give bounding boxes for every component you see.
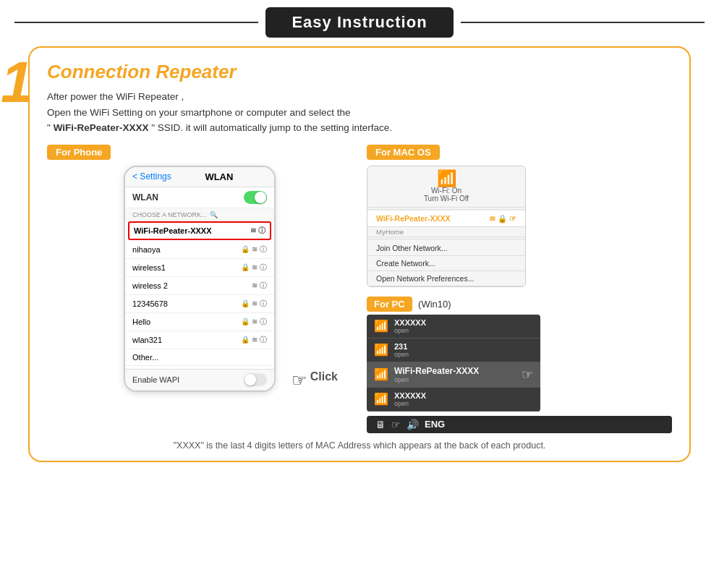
wifi-on-label: Wi-Fi: On bbox=[431, 187, 461, 195]
click-label: Click bbox=[310, 370, 338, 391]
pc-taskbar: 🖥 ☞ 🔊 ENG bbox=[367, 416, 672, 433]
pc-label-suffix: (Win10) bbox=[418, 299, 451, 310]
mac-selected-network[interactable]: WiFi-RePeater-XXXX ≋ 🔒 ☞ bbox=[367, 211, 525, 227]
network-row[interactable]: wireless1 🔒 ≋ ⓘ bbox=[125, 259, 274, 277]
taskbar-cursor-icon: ☞ bbox=[391, 419, 401, 430]
mac-selected-sub: MyHome bbox=[367, 227, 525, 237]
step-title: Connection Repeater bbox=[47, 61, 672, 83]
header-line-right bbox=[461, 22, 705, 23]
wifi-icon: 📶 bbox=[437, 171, 456, 187]
pc-label: For PC bbox=[367, 297, 412, 312]
pc-network-row[interactable]: 📶 XXXXXX open bbox=[367, 315, 540, 338]
pc-network-row[interactable]: 📶 XXXXXX open bbox=[367, 388, 540, 412]
pc-wifi-icon-4: 📶 bbox=[374, 392, 388, 406]
selected-network-row[interactable]: WiFi-RePeater-XXXX ≋ ⓘ bbox=[128, 221, 271, 240]
network-row[interactable]: wlan321 🔒 ≋ ⓘ bbox=[125, 331, 274, 349]
taskbar-volume-icon: 🔊 bbox=[407, 419, 419, 430]
network-section-header: CHOOSE A NETWORK... 🔍 bbox=[125, 208, 274, 221]
network-row[interactable]: nihaoya 🔒 ≋ ⓘ bbox=[125, 241, 274, 259]
pc-wifi-icon-1: 📶 bbox=[374, 319, 388, 333]
footer-note: "XXXX" is the last 4 digits letters of M… bbox=[47, 440, 672, 451]
taskbar-network-icon: 🖥 bbox=[375, 419, 386, 430]
wifi-turn-off[interactable]: Turn Wi-Fi Off bbox=[424, 195, 469, 203]
phone-mockup: < Settings WLAN WLAN CHOOSE A NETWORK... bbox=[124, 166, 276, 392]
mac-create-network[interactable]: Create Network... bbox=[367, 256, 525, 271]
phone-back: < Settings bbox=[132, 171, 171, 182]
network-row[interactable]: 12345678 🔒 ≋ ⓘ bbox=[125, 295, 274, 313]
enable-wapi-label: Enable WAPI bbox=[132, 375, 179, 384]
taskbar-lang: ENG bbox=[425, 419, 445, 430]
phone-label: For Phone bbox=[47, 145, 111, 160]
pc-selected-network-row[interactable]: 📶 WiFi-RePeater-XXXX open ☞ bbox=[367, 362, 540, 388]
mac-selected-network-name: WiFi-RePeater-XXXX bbox=[376, 214, 451, 223]
mac-panel: 📶 Wi-Fi: On Turn Wi-Fi Off WiFi-RePeater… bbox=[367, 166, 526, 287]
mac-open-prefs[interactable]: Open Network Preferences... bbox=[367, 271, 525, 286]
pc-wifi-icon-3: 📶 bbox=[374, 367, 388, 381]
wifi-name: WiFi-RePeater-XXXX bbox=[54, 122, 149, 133]
pc-panel: 📶 XXXXXX open 📶 231 open bbox=[367, 315, 540, 412]
mac-section: For MAC OS 📶 Wi-Fi: On Turn Wi-Fi Off Wi… bbox=[367, 145, 672, 287]
pc-wifi-icon-2: 📶 bbox=[374, 343, 388, 357]
phone-header: < Settings WLAN bbox=[125, 167, 274, 187]
wlan-toggle[interactable] bbox=[244, 191, 267, 204]
phone-title: WLAN bbox=[205, 171, 233, 182]
step-description: After power the WiFi Repeater , Open the… bbox=[47, 89, 672, 136]
main-card: Connection Repeater After power the WiFi… bbox=[28, 46, 691, 462]
mac-label: For MAC OS bbox=[367, 145, 440, 160]
network-row[interactable]: Hello 🔒 ≋ ⓘ bbox=[125, 313, 274, 331]
pc-network-row[interactable]: 📶 231 open bbox=[367, 338, 540, 362]
pc-section: For PC (Win10) 📶 XXXXXX open bbox=[367, 297, 672, 433]
selected-network-name: WiFi-RePeater-XXXX bbox=[134, 226, 212, 235]
network-row[interactable]: wireless 2 ≋ ⓘ bbox=[125, 277, 274, 295]
wapi-toggle[interactable] bbox=[244, 373, 267, 386]
mac-join-other[interactable]: Join Other Network... bbox=[367, 241, 525, 256]
network-row[interactable]: Other... bbox=[125, 349, 274, 366]
mac-panel-header: 📶 Wi-Fi: On Turn Wi-Fi Off bbox=[367, 166, 525, 208]
header-section: Easy Instruction bbox=[14, 7, 705, 38]
header-line-left bbox=[14, 22, 258, 23]
page-wrapper: Easy Instruction 1 Connection Repeater A… bbox=[0, 0, 719, 588]
header-badge: Easy Instruction bbox=[265, 7, 453, 38]
col-right: For MAC OS 📶 Wi-Fi: On Turn Wi-Fi Off Wi… bbox=[367, 145, 672, 433]
hand-cursor-icon: ☞ bbox=[292, 370, 307, 391]
col-left: For Phone < Settings WLAN WLAN bbox=[47, 145, 352, 391]
two-col: For Phone < Settings WLAN WLAN bbox=[47, 145, 672, 433]
wlan-toggle-row: WLAN bbox=[125, 187, 274, 208]
pc-cursor-icon: ☞ bbox=[522, 367, 533, 383]
choose-network-label: CHOOSE A NETWORK... bbox=[132, 211, 207, 218]
wlan-label: WLAN bbox=[132, 192, 158, 203]
